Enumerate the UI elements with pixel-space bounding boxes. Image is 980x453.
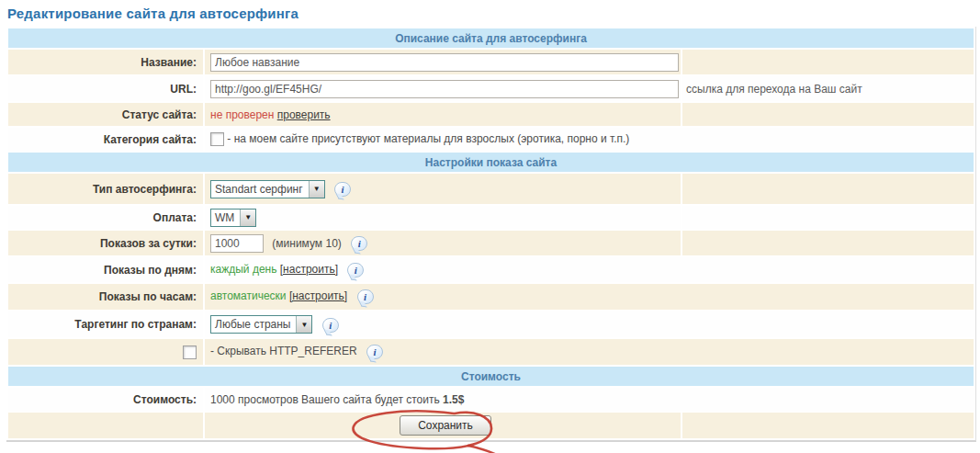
url-label: URL: [8,76,203,101]
row-surf-type: Тип автосерфинга: Standart серфинг ▼ i [8,174,974,204]
surf-type-select[interactable]: Standart серфинг ▼ [210,180,325,198]
configure-days-link[interactable]: [настроить] [280,263,338,276]
category-text: - на моем сайте присутствуют материалы д… [227,132,629,145]
status-label: Статус сайта: [8,103,203,126]
dropdown-arrow-icon: ▼ [240,210,255,226]
row-payment: Оплата: WM ▼ [8,206,974,229]
surf-type-selected-value: Standart серфинг [211,181,309,198]
daily-shows-input[interactable] [210,234,264,253]
shows-by-day-cell: каждый день [настроить] i [205,257,974,282]
hide-referer-text: - Скрывать HTTP_REFERER [210,345,357,357]
url-note: ссылка для перехода на Ваш сайт [682,76,974,101]
section-header-cost: Стоимость [8,367,974,386]
spacer-cell [682,174,974,204]
shows-by-hour-label: Показы по часам: [8,284,203,310]
row-daily-shows: Показов за сутки: (минимум 10) i [8,231,974,255]
status-cell: не проверен проверить [205,103,681,126]
row-cost: Стоимость: 1000 просмотров Вашего сайта … [8,388,974,411]
spacer-cell [682,50,974,74]
name-cell [205,50,681,74]
section-header-cost-text: Стоимость [8,367,974,386]
section-header-settings: Настройки показа сайта [8,153,974,172]
cost-amount: 1.5$ [443,393,464,406]
row-category: Категория сайта: - на моем сайте присутс… [8,128,974,151]
cost-text: 1000 просмотров Вашего сайта будет стоит… [210,393,440,406]
targeting-select[interactable]: Любые страны ▼ [210,315,312,334]
spacer-cell [682,103,974,126]
row-status: Статус сайта: не проверен проверить [8,103,974,126]
check-site-link[interactable]: проверить [277,108,331,121]
section-header-settings-text: Настройки показа сайта [8,153,974,172]
targeting-selected-value: Любые страны [211,316,296,333]
save-button[interactable]: Сохранить [400,415,491,436]
surf-type-label: Тип автосерфинга: [8,174,203,204]
payment-cell: WM ▼ [205,206,681,229]
payment-select[interactable]: WM ▼ [210,209,256,227]
hide-referer-checkbox-cell [8,339,203,365]
payment-selected-value: WM [211,210,240,226]
row-targeting: Таргетинг по странам: Любые страны ▼ i [8,311,974,337]
spacer-cell [682,206,974,229]
daily-shows-hint: (минимум 10) [272,237,341,250]
spacer-cell [682,413,974,438]
row-url: URL: ссылка для перехода на Ваш сайт [8,76,974,101]
row-name: Название: [8,50,974,74]
dropdown-arrow-icon: ▼ [309,181,324,198]
shows-by-day-value: каждый день [210,263,276,276]
row-shows-by-day: Показы по дням: каждый день [настроить] … [8,257,974,282]
targeting-cell: Любые страны ▼ i [205,311,974,337]
shows-by-hour-value: автоматически [210,289,287,302]
spacer-cell [682,231,974,255]
section-header-description-text: Описание сайта для автосерфинга [8,28,974,48]
info-icon[interactable]: i [322,318,339,333]
info-icon[interactable]: i [347,263,364,277]
hide-referer-checkbox[interactable] [183,345,197,359]
payment-label: Оплата: [8,206,203,229]
cost-cell: 1000 просмотров Вашего сайта будет стоит… [205,388,974,411]
info-icon[interactable]: i [366,345,383,359]
dropdown-arrow-icon: ▼ [296,316,311,333]
category-label: Категория сайта: [8,128,203,151]
status-value: не проверен [210,108,274,121]
spacer-cell [8,413,203,438]
cost-label: Стоимость: [8,388,203,411]
page-title: Редактирование сайта для автосерфинга [0,0,980,27]
surf-type-cell: Standart серфинг ▼ i [205,174,681,204]
shows-by-hour-cell: автоматически [настроить] i [205,284,974,310]
targeting-label: Таргетинг по странам: [8,311,203,337]
save-cell: Сохранить [205,413,681,438]
shows-by-day-label: Показы по дням: [8,257,203,282]
page: Редактирование сайта для автосерфинга Оп… [0,0,980,453]
configure-hours-link[interactable]: [настроить] [289,289,347,302]
info-icon[interactable]: i [357,289,374,304]
row-shows-by-hour: Показы по часам: автоматически [настроит… [8,284,974,310]
adult-content-checkbox[interactable] [210,132,224,146]
url-cell [205,76,681,101]
daily-shows-label: Показов за сутки: [8,231,203,255]
row-hide-referer: - Скрывать HTTP_REFERER i [8,339,974,365]
hide-referer-cell: - Скрывать HTTP_REFERER i [205,339,974,365]
site-edit-form: Описание сайта для автосерфинга Название… [6,27,976,442]
info-icon[interactable]: i [334,182,351,197]
name-input[interactable] [210,53,679,72]
daily-shows-cell: (минимум 10) i [205,231,681,255]
url-input[interactable] [210,80,679,98]
row-save: Сохранить [8,413,974,438]
category-cell: - на моем сайте присутствуют материалы д… [205,128,974,151]
section-header-description: Описание сайта для автосерфинга [8,28,974,48]
info-icon[interactable]: i [351,236,367,251]
name-label: Название: [8,50,203,74]
